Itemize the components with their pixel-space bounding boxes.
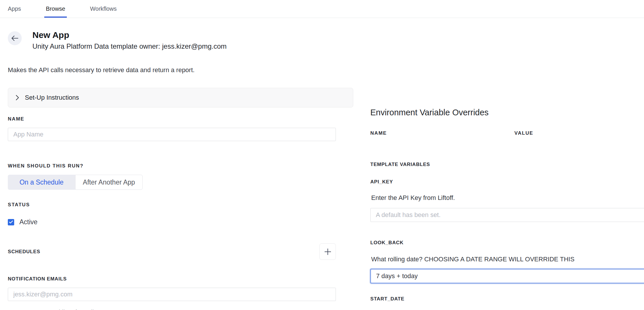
schedules-row: SCHEDULES xyxy=(8,243,336,260)
column-header-value: VALUE xyxy=(514,130,533,136)
page-header-text: New App Unity Aura Platform Data templat… xyxy=(32,30,227,50)
app-form-column: New App Unity Aura Platform Data templat… xyxy=(8,18,353,310)
column-header-name: NAME xyxy=(370,130,514,136)
template-variables-label: TEMPLATE VARIABLES xyxy=(370,162,644,167)
var-name-api-key: API_KEY xyxy=(370,179,644,185)
app-description: Makes the API calls necessary to retriev… xyxy=(8,66,353,74)
active-checkbox-label: Active xyxy=(19,218,38,226)
page-title: New App xyxy=(32,30,227,41)
run-option-on-a-schedule[interactable]: On a Schedule xyxy=(8,175,75,190)
active-checkbox[interactable] xyxy=(8,219,14,225)
run-option-after-another-app[interactable]: After Another App xyxy=(75,175,143,190)
back-button[interactable] xyxy=(8,31,22,45)
main-content: New App Unity Aura Platform Data templat… xyxy=(0,18,644,310)
schedules-label: SCHEDULES xyxy=(8,249,40,255)
add-schedule-button[interactable] xyxy=(319,243,336,260)
back-arrow-icon xyxy=(11,35,19,41)
status-label: STATUS xyxy=(8,202,353,208)
setup-instructions-accordion[interactable]: Set-Up Instructions xyxy=(8,88,353,107)
setup-instructions-label: Set-Up Instructions xyxy=(25,94,79,101)
var-input-look-back[interactable] xyxy=(370,269,644,283)
page-subtitle: Unity Aura Platform Data template owner:… xyxy=(32,42,227,50)
var-name-look-back: LOOK_BACK xyxy=(370,240,644,246)
app-name-input[interactable] xyxy=(8,128,336,141)
var-name-start-date: START_DATE xyxy=(370,296,644,302)
top-tab-bar: Apps Browse Workflows xyxy=(0,0,644,18)
tab-apps[interactable]: Apps xyxy=(8,0,21,18)
notification-emails-input[interactable] xyxy=(8,288,336,301)
tab-workflows[interactable]: Workflows xyxy=(90,0,117,18)
plus-icon xyxy=(324,248,332,256)
var-help-look-back: What rolling date? CHOOSING A DATE RANGE… xyxy=(370,256,644,263)
active-status-row: Active xyxy=(8,218,353,226)
var-input-api-key[interactable] xyxy=(370,208,644,222)
page-header: New App Unity Aura Platform Data templat… xyxy=(8,30,353,50)
env-overrides-table-header: NAME VALUE xyxy=(370,130,644,136)
notification-emails-help: Comma separated list of emails xyxy=(8,309,353,310)
chevron-right-icon xyxy=(16,95,19,101)
notification-emails-label: NOTIFICATION EMAILS xyxy=(8,276,353,282)
run-schedule-label: WHEN SHOULD THIS RUN? xyxy=(8,163,353,169)
env-overrides-column: Environment Variable Overrides NAME VALU… xyxy=(370,18,644,302)
var-help-api-key: Enter the API Key from Liftoff. xyxy=(370,194,644,202)
tab-browse[interactable]: Browse xyxy=(46,0,65,18)
checkmark-icon xyxy=(9,220,13,224)
env-overrides-heading: Environment Variable Overrides xyxy=(370,108,644,117)
run-mode-segmented-control: On a Schedule After Another App xyxy=(8,175,143,190)
name-label: NAME xyxy=(8,116,353,122)
